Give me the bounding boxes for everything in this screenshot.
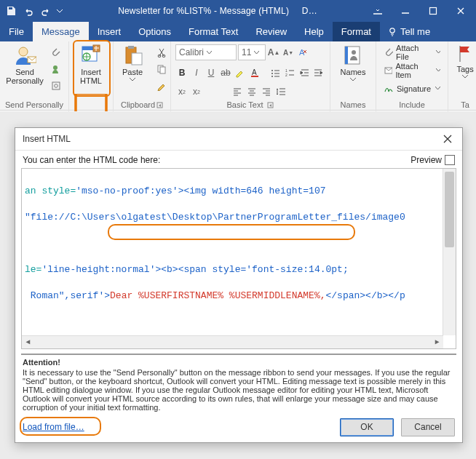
window-title-text: Newsletter for %LIST% - Message (HTML)	[118, 6, 289, 16]
attach-icon[interactable]	[48, 44, 64, 60]
svg-rect-17	[160, 67, 165, 73]
preview-checkbox[interactable]	[445, 155, 455, 165]
svg-point-30	[352, 50, 356, 55]
redo-icon[interactable]	[38, 3, 54, 19]
strike-icon[interactable]: ab	[219, 66, 232, 79]
group-clipboard-label: Clipboard	[121, 99, 155, 111]
chevron-down-icon	[254, 51, 259, 55]
tab-review[interactable]: Review	[247, 22, 295, 41]
insert-html-label: Insert HTML	[80, 68, 102, 85]
font-name-select[interactable]: Calibri	[175, 44, 237, 60]
maximize-button[interactable]	[421, 2, 445, 20]
ok-button[interactable]: OK	[340, 418, 394, 436]
send-personally-button[interactable]: Send Personally	[4, 43, 45, 87]
window-title-truncated: D…	[302, 6, 317, 16]
chevron-down-icon	[207, 51, 212, 55]
insert-html-icon	[80, 44, 102, 66]
bullets-icon[interactable]	[269, 66, 282, 79]
svg-point-22	[271, 70, 273, 71]
tab-options[interactable]: Options	[130, 22, 180, 41]
highlight-icon[interactable]	[234, 66, 247, 79]
dialog-close-button[interactable]	[437, 131, 458, 147]
scroll-left-icon[interactable]: ◄	[22, 336, 34, 348]
format-painter-icon[interactable]	[154, 78, 170, 94]
group-include-label: Include	[399, 98, 424, 111]
svg-point-23	[271, 73, 273, 74]
send-personally-icon	[13, 44, 36, 66]
underline-icon[interactable]: U	[205, 66, 218, 79]
vertical-scrollbar[interactable]	[443, 169, 456, 335]
insert-html-button[interactable]: Insert HTML	[73, 43, 109, 87]
tags-button[interactable]: Tags	[453, 43, 476, 80]
numbering-icon[interactable]: 12	[283, 66, 296, 79]
tab-format[interactable]: Format	[333, 22, 380, 41]
dialog-launcher-icon[interactable]	[156, 102, 163, 108]
paste-button[interactable]: Paste	[114, 43, 151, 83]
svg-rect-0	[430, 8, 437, 15]
align-left-icon[interactable]	[231, 85, 244, 98]
shrink-font-icon[interactable]: A▼	[282, 46, 295, 59]
qat-more-icon[interactable]	[55, 3, 64, 19]
names-button[interactable]: Names	[335, 43, 371, 83]
clear-formatting-icon[interactable]: A	[296, 46, 309, 59]
align-right-icon[interactable]	[260, 85, 273, 98]
tags-label: Tags	[456, 65, 473, 73]
bold-icon[interactable]: B	[175, 66, 189, 79]
close-button[interactable]	[448, 2, 473, 20]
ribbon-options-icon[interactable]	[365, 2, 390, 20]
superscript-icon[interactable]: x2	[190, 85, 203, 98]
subscript-icon[interactable]: x2	[175, 85, 189, 98]
scroll-right-icon[interactable]: ►	[431, 336, 443, 348]
html-code-editor[interactable]: an style='mso-no-proof:yes'><img width=6…	[21, 168, 456, 349]
line-spacing-icon[interactable]	[274, 85, 287, 98]
window-title: Newsletter for %LIST% - Message (HTML) D…	[70, 6, 365, 16]
lightbulb-icon	[387, 27, 397, 37]
svg-rect-5	[52, 82, 60, 89]
italic-icon[interactable]: I	[190, 66, 203, 79]
svg-rect-12	[128, 46, 134, 49]
group-send-personally-label: Send Personally	[5, 98, 63, 111]
attach-item-button[interactable]: Attach Item	[381, 63, 443, 78]
undo-icon[interactable]	[20, 3, 36, 19]
tab-format-text[interactable]: Format Text	[180, 22, 247, 41]
attach-file-button[interactable]: Attach File	[381, 44, 443, 60]
font-size-value: 11	[242, 47, 251, 57]
tab-insert[interactable]: Insert	[89, 22, 130, 41]
ribbon: Send Personally Send Personally Insert H…	[0, 41, 476, 111]
dialog-launcher-icon[interactable]	[267, 102, 274, 108]
tab-help[interactable]: Help	[295, 22, 333, 41]
attach-item-label: Attach Item	[395, 62, 431, 79]
cut-icon[interactable]	[154, 44, 170, 60]
minimize-button[interactable]	[393, 2, 418, 20]
svg-text:2: 2	[285, 73, 287, 77]
copy-icon[interactable]	[154, 61, 170, 77]
font-color-icon[interactable]: A	[248, 66, 261, 79]
names-label: Names	[341, 68, 366, 76]
svg-point-4	[53, 65, 57, 70]
address-book-icon	[342, 44, 364, 66]
font-size-select[interactable]: 11	[238, 44, 266, 60]
ribbon-tabs: File Message Insert Options Format Text …	[0, 22, 476, 41]
align-center-icon[interactable]	[245, 85, 258, 98]
grow-font-icon[interactable]: A▲	[267, 46, 280, 59]
horizontal-scrollbar[interactable]: ◄►	[22, 335, 443, 348]
load-from-file-link[interactable]: Load from file…	[23, 422, 84, 432]
signature-button[interactable]: Signature	[381, 81, 443, 96]
cancel-button[interactable]: Cancel	[401, 418, 455, 436]
tab-file[interactable]: File	[0, 22, 33, 41]
indent-right-icon[interactable]	[312, 66, 325, 79]
paperclip-icon	[384, 47, 393, 57]
chevron-down-icon	[436, 68, 440, 72]
chevron-down-icon	[130, 78, 135, 81]
group-names-label: Names	[341, 98, 366, 111]
tell-me[interactable]: Tell me	[380, 22, 437, 41]
address-icon[interactable]	[48, 61, 64, 77]
title-bar: Newsletter for %LIST% - Message (HTML) D…	[0, 0, 476, 22]
settings-icon[interactable]	[48, 78, 64, 94]
send-personally-label: Send Personally	[6, 68, 43, 85]
preview-label: Preview	[410, 155, 442, 165]
svg-rect-21	[251, 76, 258, 77]
tab-message[interactable]: Message	[33, 22, 89, 41]
indent-left-icon[interactable]	[298, 66, 311, 79]
save-icon[interactable]	[3, 3, 19, 19]
